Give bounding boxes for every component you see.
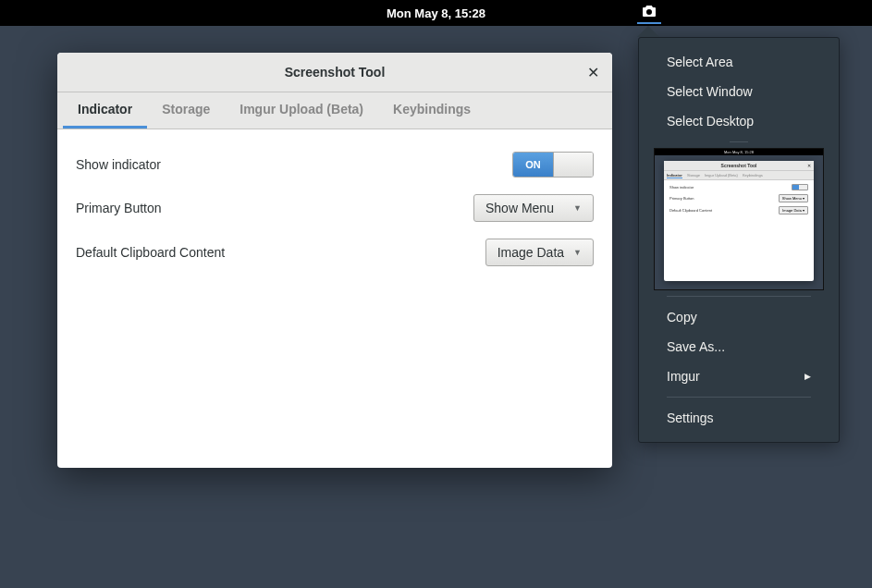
chevron-right-icon: ▶ — [804, 372, 811, 381]
menu-item-settings[interactable]: Settings — [639, 403, 839, 433]
close-icon[interactable]: ✕ — [587, 64, 599, 81]
preview-dropdown: Image Data ▾ — [779, 206, 808, 214]
preview-close-icon: ✕ — [807, 163, 811, 168]
menu-separator — [667, 296, 811, 297]
top-bar: Mon May 8, 15:28 — [0, 0, 872, 26]
preview-tab: Keybindings — [743, 173, 763, 178]
tab-bar: Indicator Storage Imgur Upload (Beta) Ke… — [57, 92, 612, 129]
menu-item-imgur[interactable]: Imgur ▶ — [639, 361, 839, 391]
dropdown-value: Image Data — [497, 245, 564, 260]
indicator-popup-menu: Select Area Select Window Select Desktop… — [638, 37, 840, 443]
tab-imgur-upload[interactable]: Imgur Upload (Beta) — [225, 92, 378, 129]
row-clipboard-content: Default Clipboard Content Image Data ▼ — [76, 231, 594, 276]
row-show-indicator: Show indicator ON — [76, 144, 594, 187]
preview-titlebar: Screenshot Tool ✕ — [664, 161, 814, 171]
popup-arrow — [637, 26, 659, 37]
switch-show-indicator[interactable]: ON — [512, 152, 594, 178]
menu-item-copy[interactable]: Copy — [639, 302, 839, 332]
screenshot-indicator-icon[interactable] — [642, 5, 657, 21]
tab-indicator[interactable]: Indicator — [63, 92, 147, 129]
menu-item-select-window[interactable]: Select Window — [639, 77, 839, 106]
preview-label: Show indicator — [669, 185, 694, 190]
preview-switch — [792, 184, 808, 190]
label-clipboard-content: Default Clipboard Content — [76, 245, 225, 260]
tab-keybindings[interactable]: Keybindings — [378, 92, 485, 129]
row-primary-button: Primary Button Show Menu ▼ — [76, 187, 594, 231]
menu-item-select-area[interactable]: Select Area — [639, 47, 839, 77]
menu-item-label: Imgur — [667, 369, 700, 384]
preview-tab: Storage — [687, 173, 700, 178]
preview-tabs: Indicator Storage Imgur Upload (Beta) Ke… — [664, 171, 814, 180]
label-show-indicator: Show indicator — [76, 157, 161, 172]
preview-label: Primary Button — [669, 196, 694, 201]
window-title: Screenshot Tool — [57, 65, 612, 80]
preview-content: Show indicator Primary Button Show Menu … — [664, 180, 814, 222]
screenshot-preview[interactable]: Mon May 8, 15:28 Screenshot Tool ✕ Indic… — [654, 148, 824, 290]
preview-label: Default Clipboard Content — [669, 208, 712, 213]
preview-tab: Imgur Upload (Beta) — [705, 173, 738, 178]
preview-clock: Mon May 8, 15:28 — [724, 150, 754, 154]
tab-storage[interactable]: Storage — [147, 92, 225, 129]
menu-item-select-desktop[interactable]: Select Desktop — [639, 106, 839, 136]
menu-item-save-as[interactable]: Save As... — [639, 332, 839, 361]
preview-topbar: Mon May 8, 15:28 — [655, 149, 823, 155]
chevron-down-icon: ▼ — [573, 248, 582, 257]
preview-window-title: Screenshot Tool — [721, 163, 757, 168]
dropdown-value: Show Menu — [485, 201, 554, 215]
switch-handle — [553, 153, 593, 177]
menu-separator — [667, 397, 811, 398]
tab-content: Show indicator ON Primary Button Show Me… — [57, 129, 612, 290]
preview-dropdown: Show Menu ▾ — [779, 194, 808, 202]
indicator-highlight — [637, 22, 661, 24]
switch-on-label: ON — [513, 153, 553, 177]
settings-window: Screenshot Tool ✕ Indicator Storage Imgu… — [57, 53, 612, 468]
preview-tab: Indicator — [667, 173, 682, 178]
window-titlebar[interactable]: Screenshot Tool ✕ — [57, 53, 612, 92]
menu-separator — [730, 141, 748, 142]
dropdown-primary-button[interactable]: Show Menu ▼ — [473, 194, 594, 222]
chevron-down-icon: ▼ — [573, 203, 582, 213]
dropdown-clipboard-content[interactable]: Image Data ▼ — [485, 239, 594, 266]
preview-window: Screenshot Tool ✕ Indicator Storage Imgu… — [664, 161, 814, 281]
label-primary-button: Primary Button — [76, 201, 162, 215]
clock[interactable]: Mon May 8, 15:28 — [387, 6, 485, 20]
